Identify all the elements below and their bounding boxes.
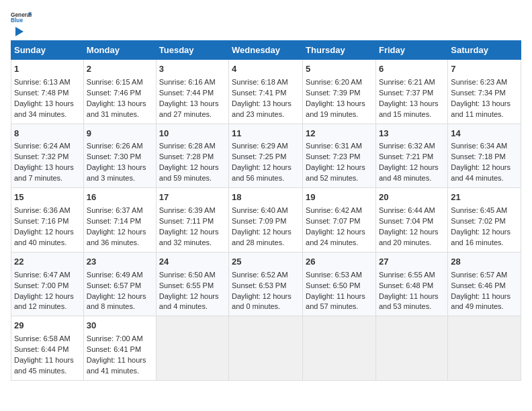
day-number: 26 xyxy=(306,256,373,269)
day-info-line: Sunrise: 6:44 AM xyxy=(379,205,445,216)
day-info-line: and 44 minutes. xyxy=(451,173,518,184)
day-info-line: Sunset: 7:48 PM xyxy=(14,88,81,99)
calendar-week-row: 1Sunrise: 6:13 AMSunset: 7:48 PMDaylight… xyxy=(11,60,521,124)
day-info-line: Sunrise: 6:37 AM xyxy=(87,205,153,216)
day-info-line: Sunset: 6:48 PM xyxy=(379,281,445,291)
day-info-line: and 16 minutes. xyxy=(451,238,518,248)
day-info-line: Daylight: 11 hours xyxy=(306,291,373,302)
day-info-line: Sunset: 7:25 PM xyxy=(232,152,300,163)
day-info-line: Daylight: 12 hours xyxy=(14,291,81,302)
calendar-cell: 12Sunrise: 6:31 AMSunset: 7:23 PMDayligh… xyxy=(303,124,376,188)
day-info-line: Sunset: 6:55 PM xyxy=(159,281,226,291)
day-info-line: Daylight: 13 hours xyxy=(14,99,81,109)
calendar-cell: 19Sunrise: 6:42 AMSunset: 7:07 PMDayligh… xyxy=(303,188,376,253)
day-info-line: Daylight: 13 hours xyxy=(451,99,518,109)
day-info-line: and 53 minutes. xyxy=(379,302,445,312)
day-info-line: Sunset: 7:46 PM xyxy=(87,88,153,99)
calendar-cell: 13Sunrise: 6:32 AMSunset: 7:21 PMDayligh… xyxy=(375,124,447,188)
column-header-thursday: Thursday xyxy=(303,41,376,60)
day-info-line: Daylight: 11 hours xyxy=(379,291,445,302)
day-info-line: Sunrise: 6:28 AM xyxy=(159,141,226,152)
day-info-line: Sunrise: 6:42 AM xyxy=(306,205,373,216)
day-info-line: and 27 minutes. xyxy=(159,109,226,120)
calendar-cell: 6Sunrise: 6:21 AMSunset: 7:37 PMDaylight… xyxy=(375,60,447,124)
day-number: 6 xyxy=(379,63,445,76)
calendar-week-row: 22Sunrise: 6:47 AMSunset: 7:00 PMDayligh… xyxy=(11,252,521,316)
calendar-cell: 9Sunrise: 6:26 AMSunset: 7:30 PMDaylight… xyxy=(83,124,156,188)
day-info-line: and 23 minutes. xyxy=(232,109,300,120)
day-info-line: Daylight: 13 hours xyxy=(87,163,153,173)
day-info-line: Sunrise: 6:16 AM xyxy=(159,77,226,88)
day-info-line: Sunset: 7:39 PM xyxy=(306,88,373,99)
day-info-line: Daylight: 12 hours xyxy=(379,163,445,173)
calendar-cell: 25Sunrise: 6:52 AMSunset: 6:53 PMDayligh… xyxy=(229,252,303,316)
day-info-line: Sunset: 6:50 PM xyxy=(306,281,373,291)
day-info-line: and 32 minutes. xyxy=(159,238,226,248)
calendar-cell: 14Sunrise: 6:34 AMSunset: 7:18 PMDayligh… xyxy=(448,124,521,188)
day-info-line: Sunrise: 6:36 AM xyxy=(14,205,81,216)
day-number: 12 xyxy=(306,128,373,140)
day-number: 15 xyxy=(14,191,81,204)
day-number: 16 xyxy=(87,191,153,204)
calendar-cell: 21Sunrise: 6:45 AMSunset: 7:02 PMDayligh… xyxy=(448,188,521,253)
day-number: 4 xyxy=(232,63,300,76)
column-header-sunday: Sunday xyxy=(11,41,84,60)
logo: General Blue xyxy=(11,11,32,35)
calendar-cell: 28Sunrise: 6:57 AMSunset: 6:46 PMDayligh… xyxy=(448,252,521,316)
day-info-line: Daylight: 13 hours xyxy=(379,99,445,109)
day-number: 18 xyxy=(232,191,300,204)
day-number: 30 xyxy=(87,320,153,332)
day-info-line: and 7 minutes. xyxy=(14,173,81,184)
day-info-line: Daylight: 12 hours xyxy=(451,163,518,173)
day-info-line: and 24 minutes. xyxy=(306,238,373,248)
day-info-line: Sunrise: 6:20 AM xyxy=(306,77,373,88)
day-info-line: Sunset: 7:02 PM xyxy=(451,216,518,227)
header: General Blue xyxy=(11,11,521,35)
column-header-friday: Friday xyxy=(375,41,447,60)
calendar-table: SundayMondayTuesdayWednesdayThursdayFrid… xyxy=(11,40,521,381)
day-info-line: Sunset: 7:04 PM xyxy=(379,216,445,227)
calendar-cell: 1Sunrise: 6:13 AMSunset: 7:48 PMDaylight… xyxy=(11,60,84,124)
day-number: 20 xyxy=(379,191,445,204)
day-number: 17 xyxy=(159,191,226,204)
day-info-line: Sunrise: 6:34 AM xyxy=(451,141,518,152)
day-info-line: Sunrise: 6:55 AM xyxy=(379,270,445,281)
day-info-line: Sunrise: 6:58 AM xyxy=(14,334,81,345)
day-number: 11 xyxy=(232,128,300,140)
calendar-cell: 24Sunrise: 6:50 AMSunset: 6:55 PMDayligh… xyxy=(156,252,228,316)
logo-arrow-icon xyxy=(11,24,26,39)
day-info-line: Daylight: 12 hours xyxy=(87,291,153,302)
calendar-cell: 10Sunrise: 6:28 AMSunset: 7:28 PMDayligh… xyxy=(156,124,228,188)
day-info-line: Sunset: 7:37 PM xyxy=(379,88,445,99)
day-info-line: Daylight: 12 hours xyxy=(306,227,373,238)
calendar-cell: 7Sunrise: 6:23 AMSunset: 7:34 PMDaylight… xyxy=(448,60,521,124)
day-info-line: Sunrise: 6:31 AM xyxy=(306,141,373,152)
calendar-cell: 27Sunrise: 6:55 AMSunset: 6:48 PMDayligh… xyxy=(375,252,447,316)
day-info-line: Sunrise: 6:15 AM xyxy=(87,77,153,88)
day-info-line: Sunrise: 6:52 AM xyxy=(232,270,300,281)
day-info-line: Daylight: 12 hours xyxy=(159,291,226,302)
calendar-week-row: 29Sunrise: 6:58 AMSunset: 6:44 PMDayligh… xyxy=(11,316,521,381)
day-info-line: Sunrise: 6:47 AM xyxy=(14,270,81,281)
day-info-line: Sunrise: 6:32 AM xyxy=(379,141,445,152)
day-number: 24 xyxy=(159,256,226,269)
day-info-line: Sunset: 7:44 PM xyxy=(159,88,226,99)
day-number: 28 xyxy=(451,256,518,269)
day-info-line: Sunset: 7:34 PM xyxy=(451,88,518,99)
day-info-line: Daylight: 13 hours xyxy=(306,99,373,109)
day-info-line: Sunrise: 6:21 AM xyxy=(379,77,445,88)
day-info-line: and 36 minutes. xyxy=(87,238,153,248)
day-info-line: Sunset: 7:28 PM xyxy=(159,152,226,163)
day-info-line: Daylight: 12 hours xyxy=(87,227,153,238)
column-header-tuesday: Tuesday xyxy=(156,41,228,60)
column-header-monday: Monday xyxy=(83,41,156,60)
day-number: 5 xyxy=(306,63,373,76)
day-info-line: Daylight: 11 hours xyxy=(14,355,81,366)
calendar-cell: 16Sunrise: 6:37 AMSunset: 7:14 PMDayligh… xyxy=(83,188,156,253)
day-info-line: Daylight: 11 hours xyxy=(451,291,518,302)
day-info-line: and 41 minutes. xyxy=(87,366,153,377)
calendar-cell: 26Sunrise: 6:53 AMSunset: 6:50 PMDayligh… xyxy=(303,252,376,316)
calendar-cell xyxy=(229,316,303,381)
day-info-line: Daylight: 12 hours xyxy=(14,227,81,238)
calendar-cell: 23Sunrise: 6:49 AMSunset: 6:57 PMDayligh… xyxy=(83,252,156,316)
